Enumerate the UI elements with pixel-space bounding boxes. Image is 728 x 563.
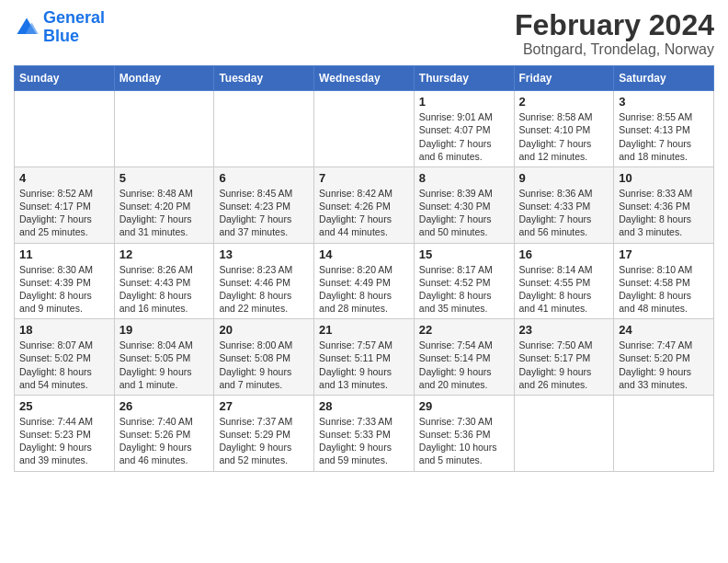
- day-number: 2: [519, 95, 609, 109]
- calendar-table: SundayMondayTuesdayWednesdayThursdayFrid…: [14, 65, 714, 471]
- calendar-cell: 12Sunrise: 8:26 AMSunset: 4:43 PMDayligh…: [114, 243, 214, 319]
- header-cell-tuesday: Tuesday: [214, 66, 314, 91]
- calendar-cell: 14Sunrise: 8:20 AMSunset: 4:49 PMDayligh…: [314, 243, 415, 319]
- day-number: 25: [19, 399, 109, 413]
- day-number: 18: [19, 323, 109, 337]
- calendar-cell: 2Sunrise: 8:58 AMSunset: 4:10 PMDaylight…: [514, 91, 614, 167]
- day-info: Sunrise: 8:33 AMSunset: 4:36 PMDaylight:…: [619, 187, 709, 239]
- page-header: General Blue February 2024 Botngard, Tro…: [14, 9, 714, 58]
- day-number: 11: [19, 247, 109, 261]
- day-info: Sunrise: 8:20 AMSunset: 4:49 PMDaylight:…: [319, 263, 409, 316]
- day-number: 7: [319, 171, 409, 185]
- day-number: 14: [319, 247, 409, 261]
- day-number: 15: [419, 247, 509, 261]
- header-cell-monday: Monday: [114, 66, 214, 91]
- calendar-cell: 6Sunrise: 8:45 AMSunset: 4:23 PMDaylight…: [214, 167, 314, 243]
- title-section: February 2024 Botngard, Trondelag, Norwa…: [515, 9, 714, 58]
- day-number: 9: [519, 171, 609, 185]
- calendar-cell: 1Sunrise: 9:01 AMSunset: 4:07 PMDaylight…: [414, 91, 514, 167]
- calendar-cell: 19Sunrise: 8:04 AMSunset: 5:05 PMDayligh…: [114, 319, 214, 396]
- week-row-2: 11Sunrise: 8:30 AMSunset: 4:39 PMDayligh…: [15, 243, 714, 319]
- week-row-1: 4Sunrise: 8:52 AMSunset: 4:17 PMDaylight…: [15, 167, 714, 243]
- calendar-cell: 13Sunrise: 8:23 AMSunset: 4:46 PMDayligh…: [214, 243, 314, 319]
- day-number: 5: [119, 171, 210, 185]
- calendar-cell: 29Sunrise: 7:30 AMSunset: 5:36 PMDayligh…: [414, 395, 514, 471]
- logo-line2: Blue: [43, 27, 79, 45]
- day-info: Sunrise: 8:58 AMSunset: 4:10 PMDaylight:…: [519, 110, 609, 163]
- day-info: Sunrise: 7:37 AMSunset: 5:29 PMDaylight:…: [219, 415, 309, 467]
- day-number: 27: [219, 399, 309, 413]
- day-info: Sunrise: 8:45 AMSunset: 4:23 PMDaylight:…: [219, 187, 309, 239]
- calendar-cell: 24Sunrise: 7:47 AMSunset: 5:20 PMDayligh…: [614, 319, 714, 396]
- day-info: Sunrise: 8:14 AMSunset: 4:55 PMDaylight:…: [519, 263, 609, 316]
- day-info: Sunrise: 7:40 AMSunset: 5:26 PMDaylight:…: [119, 415, 210, 467]
- calendar-cell: 17Sunrise: 8:10 AMSunset: 4:58 PMDayligh…: [614, 243, 714, 319]
- day-number: 28: [319, 399, 409, 413]
- header-cell-saturday: Saturday: [614, 66, 714, 91]
- week-row-4: 25Sunrise: 7:44 AMSunset: 5:23 PMDayligh…: [15, 395, 714, 471]
- calendar-cell: [114, 91, 214, 167]
- day-info: Sunrise: 8:00 AMSunset: 5:08 PMDaylight:…: [219, 339, 309, 391]
- calendar-cell: 18Sunrise: 8:07 AMSunset: 5:02 PMDayligh…: [15, 319, 115, 396]
- day-info: Sunrise: 8:48 AMSunset: 4:20 PMDaylight:…: [119, 187, 210, 239]
- header-cell-thursday: Thursday: [414, 66, 514, 91]
- day-info: Sunrise: 8:42 AMSunset: 4:26 PMDaylight:…: [319, 187, 409, 239]
- calendar-cell: [15, 91, 115, 167]
- day-number: 6: [219, 171, 309, 185]
- calendar-cell: 27Sunrise: 7:37 AMSunset: 5:29 PMDayligh…: [214, 395, 314, 471]
- day-info: Sunrise: 9:01 AMSunset: 4:07 PMDaylight:…: [419, 110, 509, 163]
- logo-text: General Blue: [43, 9, 105, 46]
- day-info: Sunrise: 8:26 AMSunset: 4:43 PMDaylight:…: [119, 263, 210, 316]
- day-number: 29: [419, 399, 509, 413]
- day-number: 22: [419, 323, 509, 337]
- calendar-cell: 15Sunrise: 8:17 AMSunset: 4:52 PMDayligh…: [414, 243, 514, 319]
- day-info: Sunrise: 7:57 AMSunset: 5:11 PMDaylight:…: [319, 339, 409, 391]
- day-number: 26: [119, 399, 210, 413]
- day-number: 17: [619, 247, 709, 261]
- day-info: Sunrise: 8:17 AMSunset: 4:52 PMDaylight:…: [419, 263, 509, 316]
- day-number: 3: [619, 95, 709, 109]
- calendar-cell: 21Sunrise: 7:57 AMSunset: 5:11 PMDayligh…: [314, 319, 415, 396]
- calendar-cell: 22Sunrise: 7:54 AMSunset: 5:14 PMDayligh…: [414, 319, 514, 396]
- day-number: 20: [219, 323, 309, 337]
- day-info: Sunrise: 8:52 AMSunset: 4:17 PMDaylight:…: [19, 187, 109, 239]
- logo-line1: General: [43, 8, 105, 27]
- subtitle: Botngard, Trondelag, Norway: [515, 41, 714, 58]
- calendar-cell: 28Sunrise: 7:33 AMSunset: 5:33 PMDayligh…: [314, 395, 415, 471]
- calendar-cell: [614, 395, 714, 471]
- calendar-cell: 3Sunrise: 8:55 AMSunset: 4:13 PMDaylight…: [614, 91, 714, 167]
- day-number: 24: [619, 323, 709, 337]
- day-number: 12: [119, 247, 210, 261]
- header-row: SundayMondayTuesdayWednesdayThursdayFrid…: [15, 66, 714, 91]
- day-info: Sunrise: 8:30 AMSunset: 4:39 PMDaylight:…: [19, 263, 109, 316]
- logo-icon: [14, 15, 40, 40]
- calendar-cell: 16Sunrise: 8:14 AMSunset: 4:55 PMDayligh…: [514, 243, 614, 319]
- calendar-cell: 7Sunrise: 8:42 AMSunset: 4:26 PMDaylight…: [314, 167, 415, 243]
- header-cell-wednesday: Wednesday: [314, 66, 415, 91]
- day-info: Sunrise: 7:33 AMSunset: 5:33 PMDaylight:…: [319, 415, 409, 467]
- week-row-0: 1Sunrise: 9:01 AMSunset: 4:07 PMDaylight…: [15, 91, 714, 167]
- calendar-cell: 20Sunrise: 8:00 AMSunset: 5:08 PMDayligh…: [214, 319, 314, 396]
- day-number: 23: [519, 323, 609, 337]
- day-info: Sunrise: 8:07 AMSunset: 5:02 PMDaylight:…: [19, 339, 109, 391]
- day-number: 4: [19, 171, 109, 185]
- logo: General Blue: [14, 9, 105, 46]
- week-row-3: 18Sunrise: 8:07 AMSunset: 5:02 PMDayligh…: [15, 319, 714, 396]
- day-number: 19: [119, 323, 210, 337]
- day-info: Sunrise: 7:54 AMSunset: 5:14 PMDaylight:…: [419, 339, 509, 391]
- day-info: Sunrise: 8:55 AMSunset: 4:13 PMDaylight:…: [619, 110, 709, 163]
- calendar-cell: 25Sunrise: 7:44 AMSunset: 5:23 PMDayligh…: [15, 395, 115, 471]
- calendar-cell: [314, 91, 415, 167]
- day-info: Sunrise: 7:47 AMSunset: 5:20 PMDaylight:…: [619, 339, 709, 391]
- calendar-cell: 26Sunrise: 7:40 AMSunset: 5:26 PMDayligh…: [114, 395, 214, 471]
- calendar-cell: 10Sunrise: 8:33 AMSunset: 4:36 PMDayligh…: [614, 167, 714, 243]
- calendar-cell: 11Sunrise: 8:30 AMSunset: 4:39 PMDayligh…: [15, 243, 115, 319]
- day-info: Sunrise: 8:04 AMSunset: 5:05 PMDaylight:…: [119, 339, 210, 391]
- day-number: 13: [219, 247, 309, 261]
- day-info: Sunrise: 8:36 AMSunset: 4:33 PMDaylight:…: [519, 187, 609, 239]
- day-number: 21: [319, 323, 409, 337]
- day-info: Sunrise: 7:44 AMSunset: 5:23 PMDaylight:…: [19, 415, 109, 467]
- calendar-cell: [514, 395, 614, 471]
- day-number: 16: [519, 247, 609, 261]
- calendar-cell: 9Sunrise: 8:36 AMSunset: 4:33 PMDaylight…: [514, 167, 614, 243]
